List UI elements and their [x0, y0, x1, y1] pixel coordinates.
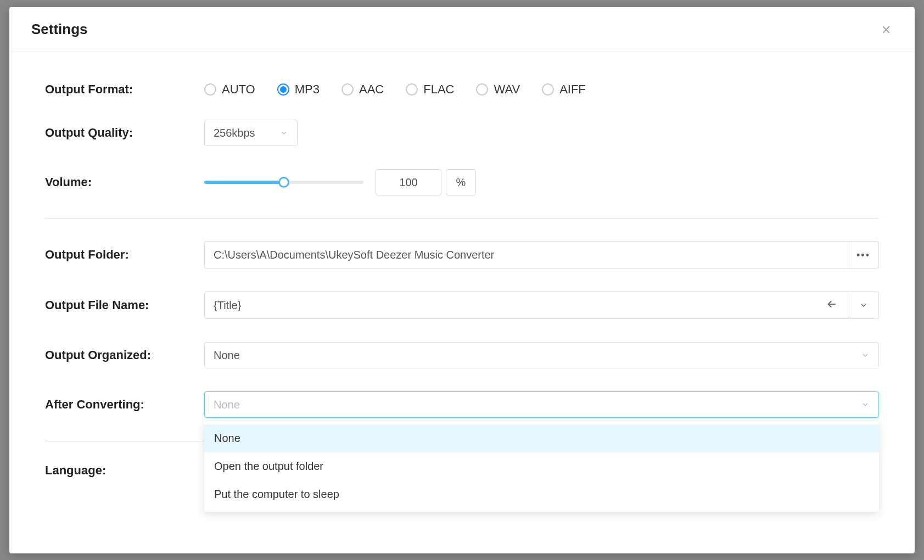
ellipsis-icon: •••	[856, 249, 870, 261]
output-file-name-value: {Title}	[214, 299, 241, 312]
label-output-file-name: Output File Name:	[45, 298, 204, 312]
radio-circle	[406, 83, 418, 96]
modal-header: Settings	[9, 7, 915, 52]
dropdown-option[interactable]: None	[204, 424, 879, 452]
radio-circle	[277, 83, 289, 96]
radio-label: AUTO	[222, 82, 255, 97]
output-folder-value: C:\Users\A\Documents\UkeySoft Deezer Mus…	[214, 249, 494, 261]
output-format-radio-group: AUTOMP3AACFLACWAVAIFF	[204, 82, 586, 97]
row-output-organized: Output Organized: None	[45, 342, 879, 368]
radio-aiff[interactable]: AIFF	[542, 82, 586, 97]
label-output-quality: Output Quality:	[45, 126, 204, 140]
chevron-down-icon	[279, 128, 288, 137]
radio-label: AAC	[359, 82, 384, 97]
label-output-format: Output Format:	[45, 82, 204, 97]
dropdown-option[interactable]: Open the output folder	[204, 452, 879, 480]
label-output-organized: Output Organized:	[45, 348, 204, 362]
radio-aac[interactable]: AAC	[341, 82, 384, 97]
after-converting-select[interactable]: None	[204, 391, 879, 418]
row-output-format: Output Format: AUTOMP3AACFLACWAVAIFF	[45, 82, 879, 97]
settings-modal: Settings Output Format: AUTOMP3AACFLACWA…	[9, 7, 915, 553]
file-name-dropdown-button[interactable]	[848, 292, 879, 319]
radio-label: MP3	[295, 82, 320, 97]
slider-thumb[interactable]	[278, 177, 289, 188]
output-folder-input[interactable]: C:\Users\A\Documents\UkeySoft Deezer Mus…	[204, 241, 848, 268]
radio-dot	[280, 86, 287, 93]
dropdown-option[interactable]: Put the computer to sleep	[204, 480, 879, 508]
modal-title: Settings	[31, 21, 88, 38]
label-language: Language:	[45, 463, 204, 478]
close-icon	[881, 24, 892, 35]
label-volume: Volume:	[45, 175, 204, 189]
arrow-left-icon	[826, 298, 838, 313]
row-volume: Volume: %	[45, 169, 879, 195]
row-output-file-name: Output File Name: {Title}	[45, 292, 879, 319]
row-output-quality: Output Quality: 256kbps	[45, 120, 879, 146]
after-converting-dropdown: NoneOpen the output folderPut the comput…	[204, 421, 879, 512]
label-output-folder: Output Folder:	[45, 248, 204, 262]
radio-mp3[interactable]: MP3	[277, 82, 320, 97]
radio-circle	[204, 83, 216, 96]
volume-input[interactable]	[376, 169, 441, 195]
volume-slider[interactable]	[204, 181, 363, 184]
radio-circle	[542, 83, 554, 96]
divider	[45, 219, 879, 219]
slider-fill	[204, 181, 284, 184]
modal-body: Output Format: AUTOMP3AACFLACWAVAIFF Out…	[9, 52, 915, 553]
browse-folder-button[interactable]: •••	[848, 241, 879, 268]
radio-wav[interactable]: WAV	[476, 82, 520, 97]
radio-auto[interactable]: AUTO	[204, 82, 255, 97]
output-quality-value: 256kbps	[214, 127, 279, 139]
radio-circle	[341, 83, 354, 96]
output-organized-select[interactable]: None	[204, 342, 879, 368]
radio-flac[interactable]: FLAC	[406, 82, 454, 97]
radio-label: WAV	[494, 82, 520, 97]
chevron-down-icon	[859, 301, 868, 310]
volume-unit: %	[446, 169, 476, 195]
chevron-down-icon	[861, 351, 870, 360]
row-after-converting: After Converting: None NoneOpen the outp…	[45, 391, 879, 418]
output-quality-select[interactable]: 256kbps	[204, 120, 298, 146]
label-after-converting: After Converting:	[45, 397, 204, 412]
radio-label: FLAC	[423, 82, 454, 97]
close-button[interactable]	[880, 23, 893, 36]
after-converting-placeholder: None	[214, 399, 861, 411]
chevron-down-icon	[861, 400, 870, 409]
row-output-folder: Output Folder: C:\Users\A\Documents\Ukey…	[45, 241, 879, 268]
output-organized-value: None	[214, 349, 861, 362]
output-file-name-input[interactable]: {Title}	[204, 292, 848, 319]
radio-label: AIFF	[559, 82, 586, 97]
radio-circle	[476, 83, 488, 96]
